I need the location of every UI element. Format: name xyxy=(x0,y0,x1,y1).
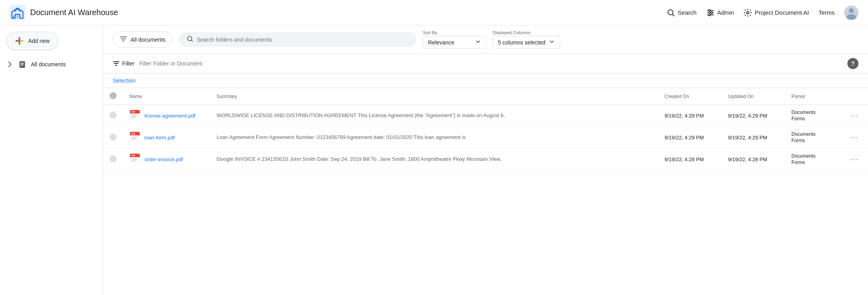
row-summary: Google INVOICE # 23413561D John Smith Da… xyxy=(217,156,501,162)
row-checkbox[interactable] xyxy=(109,112,117,119)
search-bar xyxy=(179,32,417,47)
pdf-file-icon: PDF xyxy=(129,154,140,165)
svg-text:PDF: PDF xyxy=(131,155,135,157)
displayed-columns-dropdown[interactable]: 5 columns selected xyxy=(493,36,560,49)
row-updated: 9/19/22, 4:29 PM xyxy=(728,113,767,119)
pdf-file-icon: PDF xyxy=(129,110,140,121)
row-filename[interactable]: order-invoice.pdf xyxy=(144,156,183,162)
filter-bar: Filter ? xyxy=(103,54,868,73)
terms-nav-item[interactable]: Terms xyxy=(818,9,835,16)
svg-rect-31 xyxy=(131,116,137,116)
sidebar: Add new All documents xyxy=(0,25,103,295)
help-button[interactable]: ? xyxy=(847,58,858,69)
table-header-created[interactable]: Created On xyxy=(658,88,722,105)
table-row: PDF loan-form.pdf Loan Agreement Form Ag… xyxy=(103,127,868,148)
row-updated: 9/19/22, 4:29 PM xyxy=(728,135,767,141)
displayed-columns-label: Displayed Columns xyxy=(493,30,560,35)
project-nav-item[interactable]: Project Document AI xyxy=(743,8,809,17)
row-checkbox[interactable] xyxy=(109,155,117,162)
selection-link[interactable]: Selection xyxy=(113,77,136,84)
row-filename[interactable]: loan-form.pdf xyxy=(144,135,175,141)
user-avatar[interactable] xyxy=(844,6,858,20)
row-parser-cell: DocumentsForms xyxy=(785,148,841,170)
displayed-columns-group: Displayed Columns 5 columns selected xyxy=(493,30,560,49)
more-actions-button[interactable]: ··· xyxy=(847,132,862,143)
header-checkbox[interactable] xyxy=(109,92,117,99)
admin-nav-label: Admin xyxy=(717,9,734,16)
documents-table: Name Summary Created On Updated On Parse… xyxy=(103,88,868,170)
sort-by-group: Sort By Relevance xyxy=(423,30,486,49)
svg-rect-16 xyxy=(21,64,24,65)
app-title: Document AI Warehouse xyxy=(30,8,118,17)
svg-point-2 xyxy=(668,10,673,15)
selection-bar: Selection xyxy=(103,73,868,88)
svg-text:PDF: PDF xyxy=(131,133,135,135)
row-checkbox-cell xyxy=(103,127,123,148)
search-bar-icon xyxy=(186,35,194,44)
filter-icon-group: Filter xyxy=(113,60,134,67)
svg-line-22 xyxy=(191,40,192,41)
add-new-label: Add new xyxy=(28,38,50,44)
parser-tag: Forms xyxy=(791,160,834,165)
svg-line-3 xyxy=(673,14,674,16)
row-updated-cell: 9/19/22, 4:29 PM xyxy=(722,127,785,148)
chevron-right-icon xyxy=(6,61,13,68)
filter-input[interactable] xyxy=(139,60,843,67)
toolbar: All documents Sort By Relevance xyxy=(103,25,868,54)
row-created-cell: 9/19/22, 4:29 PM xyxy=(658,105,722,127)
svg-rect-17 xyxy=(21,65,23,66)
row-parser-cell: DocumentsForms xyxy=(785,127,841,148)
help-icon: ? xyxy=(851,60,855,67)
row-created: 9/19/22, 4:29 PM xyxy=(664,135,704,141)
row-summary-cell: WORLDWIDE LICENSE AND DISTRIBUTION AGREE… xyxy=(210,105,658,127)
all-documents-filter-button[interactable]: All documents xyxy=(113,31,172,48)
table-header-actions xyxy=(841,88,868,105)
row-actions-cell: ··· xyxy=(841,105,868,127)
row-filename[interactable]: license-agreement.pdf xyxy=(144,113,196,119)
row-name-cell[interactable]: PDF license-agreement.pdf xyxy=(123,105,210,127)
add-new-button[interactable]: Add new xyxy=(6,32,58,50)
table-header-updated[interactable]: Updated On xyxy=(722,88,785,105)
row-created: 9/19/22, 4:29 PM xyxy=(664,113,704,119)
svg-rect-44 xyxy=(131,158,137,159)
sort-by-value: Relevance xyxy=(428,39,454,46)
parser-tag: Documents xyxy=(791,153,834,159)
row-parser-cell: DocumentsForms xyxy=(785,105,841,127)
row-actions-cell: ··· xyxy=(841,127,868,148)
row-name-cell[interactable]: PDF order-invoice.pdf xyxy=(123,148,210,170)
more-actions-button[interactable]: ··· xyxy=(847,110,862,121)
row-checkbox[interactable] xyxy=(109,133,117,141)
sidebar-item-all-documents[interactable]: All documents xyxy=(0,56,103,72)
table-header-summary[interactable]: Summary xyxy=(210,88,658,105)
pdf-file-icon: PDF xyxy=(129,132,140,143)
nav-actions: Search Admin P xyxy=(666,6,858,20)
svg-point-7 xyxy=(709,10,711,12)
displayed-columns-value: 5 columns selected xyxy=(498,39,545,46)
svg-point-10 xyxy=(747,12,749,14)
table-row: PDF license-agreement.pdf WORLDWIDE LICE… xyxy=(103,105,868,127)
svg-rect-46 xyxy=(131,161,135,161)
svg-point-8 xyxy=(711,12,712,13)
sort-by-dropdown[interactable]: Relevance xyxy=(423,36,486,49)
app-logo[interactable]: Document AI Warehouse xyxy=(10,5,118,21)
admin-nav-item[interactable]: Admin xyxy=(706,8,734,17)
svg-rect-32 xyxy=(131,117,135,118)
parser-tag: Forms xyxy=(791,116,834,121)
row-actions-cell: ··· xyxy=(841,148,868,170)
search-input[interactable] xyxy=(197,37,409,43)
row-summary-cell: Loan Agreement Form Agreement Number: 01… xyxy=(210,127,658,148)
svg-rect-30 xyxy=(131,115,137,115)
table-header-parser[interactable]: Parser xyxy=(785,88,841,105)
parser-tag: Forms xyxy=(791,138,834,143)
sidebar-all-documents-label: All documents xyxy=(31,61,66,67)
svg-rect-15 xyxy=(21,63,24,64)
table-header-name[interactable]: Name xyxy=(123,88,210,105)
row-name-cell[interactable]: PDF loan-form.pdf xyxy=(123,127,210,148)
chevron-down-icon xyxy=(475,39,481,46)
row-updated-cell: 9/19/22, 4:28 PM xyxy=(722,148,785,170)
svg-point-12 xyxy=(849,8,854,13)
svg-rect-37 xyxy=(131,137,137,137)
more-actions-button[interactable]: ··· xyxy=(847,154,862,165)
search-nav-item[interactable]: Search xyxy=(666,8,697,17)
filter-lines-icon xyxy=(119,35,127,44)
